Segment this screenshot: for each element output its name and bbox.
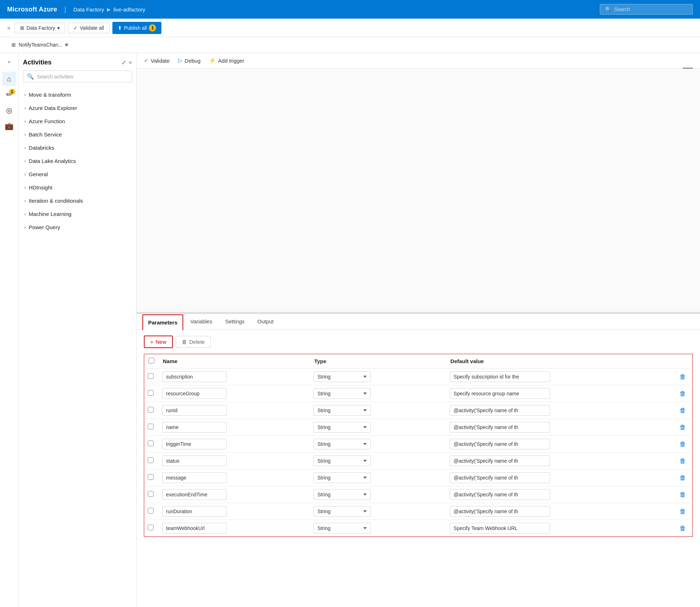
param-name-input-8[interactable] (162, 506, 227, 517)
param-type-select-7[interactable]: String Bool Int Float Array Object Secur… (313, 489, 371, 500)
param-name-input-2[interactable] (162, 405, 227, 416)
row-checkbox-5[interactable] (148, 457, 154, 463)
chevron-machine-learning-icon: › (24, 211, 26, 217)
row-checkbox-9[interactable] (148, 525, 154, 530)
delete-row-icon-1[interactable]: 🗑 (677, 389, 689, 399)
activity-group-azure-function[interactable]: › Azure Function (23, 115, 132, 128)
param-name-input-7[interactable] (162, 489, 227, 500)
data-factory-button[interactable]: ⊞ Data Factory ▾ (15, 23, 65, 33)
param-default-input-6[interactable] (450, 472, 550, 483)
activity-group-machine-learning[interactable]: › Machine Learning (23, 207, 132, 221)
row-checkbox-8[interactable] (148, 508, 154, 514)
param-default-input-5[interactable] (450, 456, 550, 466)
param-name-input-3[interactable] (162, 422, 227, 433)
param-name-input-5[interactable] (162, 456, 227, 466)
activity-group-iteration-conditionals[interactable]: › Iteration & conditionals (23, 194, 132, 207)
delete-row-icon-9[interactable]: 🗑 (677, 523, 689, 533)
param-default-input-2[interactable] (450, 405, 550, 416)
activity-group-label: Data Lake Analytics (29, 158, 76, 164)
param-type-select-6[interactable]: String Bool Int Float Array Object Secur… (313, 472, 371, 483)
activities-collapse-icon[interactable]: « (129, 59, 132, 66)
tab-output[interactable]: Output (252, 314, 279, 330)
tab-variables[interactable]: Variables (185, 314, 218, 330)
param-type-select-4[interactable]: String Bool Int Float Array Object Secur… (313, 439, 371, 449)
manage-icon-button[interactable]: 💼 (2, 119, 16, 133)
breadcrumb-live-adfactory[interactable]: live-adfactory (113, 6, 145, 13)
monitor-icon-button[interactable]: ◎ (2, 103, 16, 117)
row-checkbox-2[interactable] (148, 407, 154, 413)
row-checkbox-3[interactable] (148, 424, 154, 429)
validate-all-button[interactable]: ✓ Validate all (68, 23, 109, 33)
canvas-area: ✓ Validate ▷ Debug ⚡ Add trigger Paramet… (137, 53, 700, 607)
delete-row-icon-5[interactable]: 🗑 (677, 456, 689, 466)
activity-group-hdinsight[interactable]: › HDInsight (23, 181, 132, 194)
row-checkbox-6[interactable] (148, 474, 154, 480)
activity-group-batch-service[interactable]: › Batch Service (23, 128, 132, 141)
row-checkbox-0[interactable] (148, 373, 154, 379)
param-default-input-7[interactable] (450, 489, 550, 500)
param-type-select-2[interactable]: String Bool Int Float Array Object Secur… (313, 405, 371, 416)
search-input[interactable] (614, 6, 686, 12)
activity-group-move-transform[interactable]: › Move & transform (23, 88, 132, 101)
activity-group-label: Databricks (29, 145, 54, 151)
delete-row-icon-2[interactable]: 🗑 (677, 405, 689, 415)
delete-row-icon-7[interactable]: 🗑 (677, 490, 689, 500)
add-trigger-button[interactable]: ⚡ Add trigger (209, 57, 244, 64)
row-checkbox-4[interactable] (148, 440, 154, 446)
debug-button[interactable]: ▷ Debug (178, 57, 200, 64)
row-checkbox-1[interactable] (148, 390, 154, 396)
param-type-select-5[interactable]: String Bool Int Float Array Object Secur… (313, 456, 371, 466)
param-name-input-6[interactable] (162, 472, 227, 483)
param-default-input-4[interactable] (450, 439, 550, 449)
param-default-input-1[interactable] (450, 388, 550, 399)
param-name-input-0[interactable] (162, 371, 227, 382)
activity-group-general[interactable]: › General (23, 168, 132, 181)
sidebar-collapse-chevron[interactable]: » (6, 23, 12, 33)
param-default-input-3[interactable] (450, 422, 550, 433)
publish-all-button[interactable]: ⬆ Publish all 1 (112, 22, 162, 34)
delete-row-icon-3[interactable]: 🗑 (677, 422, 689, 432)
param-name-input-1[interactable] (162, 388, 227, 399)
pipeline-tab[interactable]: ⊞ NotifyTeamsChan... (6, 37, 74, 53)
param-type-select-9[interactable]: String Bool Int Float Array Object Secur… (313, 523, 371, 534)
param-default-input-9[interactable] (450, 523, 550, 534)
param-type-select-1[interactable]: String Bool Int Float Array Object Secur… (313, 388, 371, 399)
pipeline-tab-icon: ⊞ (11, 42, 16, 48)
activity-group-data-lake-analytics[interactable]: › Data Lake Analytics (23, 154, 132, 168)
row-checkbox-7[interactable] (148, 491, 154, 497)
activity-group-power-query[interactable]: › Power Query (23, 221, 132, 234)
delete-row-icon-8[interactable]: 🗑 (677, 506, 689, 516)
delete-row-icon-4[interactable]: 🗑 (677, 439, 689, 449)
param-type-select-8[interactable]: String Bool Int Float Array Object Secur… (313, 506, 371, 517)
search-bar[interactable]: 🔍 (600, 4, 693, 15)
home-icon-button[interactable]: ⌂ (2, 72, 16, 86)
param-default-input-8[interactable] (450, 506, 550, 517)
delete-row-icon-6[interactable]: 🗑 (677, 473, 689, 483)
new-param-button[interactable]: + New (144, 336, 173, 348)
tab-parameters[interactable]: Parameters (142, 314, 183, 330)
param-type-select-3[interactable]: String Bool Int Float Array Object Secur… (313, 422, 371, 433)
param-name-input-9[interactable] (162, 523, 227, 534)
edit-icon-button[interactable]: ✏ 1 (2, 87, 16, 102)
search-activities-box[interactable]: 🔍 (23, 71, 132, 82)
tab-settings[interactable]: Settings (219, 314, 250, 330)
select-all-checkbox[interactable] (149, 358, 154, 363)
home-icon: ⌂ (7, 75, 11, 83)
activity-group-azure-data-explorer[interactable]: › Azure Data Explorer (23, 101, 132, 115)
chevron-iteration-icon: › (24, 198, 26, 203)
minimize-bar[interactable] (683, 68, 693, 69)
param-default-input-0[interactable] (450, 371, 550, 382)
factory-icon: ⊞ (20, 25, 24, 31)
toolbar2: » ⊞ Data Factory ▾ ✓ Validate all ⬆ Publ… (0, 19, 700, 37)
table-row: String Bool Int Float Array Object Secur… (144, 503, 693, 520)
delete-row-icon-0[interactable]: 🗑 (677, 372, 689, 382)
param-name-input-4[interactable] (162, 439, 227, 449)
delete-param-button[interactable]: 🗑 Delete (176, 336, 211, 348)
breadcrumb-data-factory[interactable]: Data Factory (73, 6, 104, 13)
sidebar-collapse-button[interactable]: » (5, 56, 14, 67)
param-type-select-0[interactable]: String Bool Int Float Array Object Secur… (313, 371, 371, 382)
validate-button[interactable]: ✓ Validate (144, 57, 170, 64)
search-activities-input[interactable] (37, 74, 128, 80)
activity-group-databricks[interactable]: › Databricks (23, 141, 132, 154)
activities-expand-icon[interactable]: ⤢ (121, 59, 126, 66)
